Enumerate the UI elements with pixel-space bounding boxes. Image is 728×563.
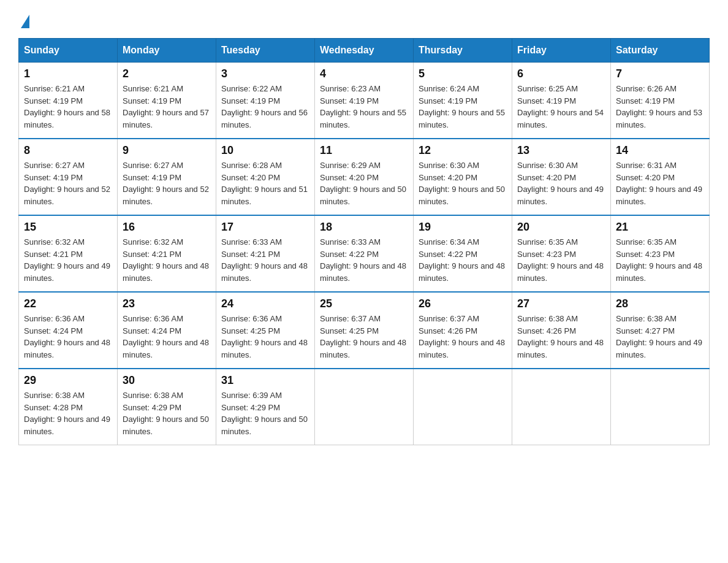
- calendar-day-cell: [512, 369, 611, 445]
- calendar-day-cell: 16 Sunrise: 6:32 AM Sunset: 4:21 PM Dayl…: [118, 215, 216, 292]
- day-info: Sunrise: 6:24 AM Sunset: 4:19 PM Dayligh…: [419, 83, 507, 131]
- calendar-day-cell: 29 Sunrise: 6:38 AM Sunset: 4:28 PM Dayl…: [19, 369, 118, 445]
- day-number: 31: [221, 374, 309, 387]
- day-number: 17: [221, 221, 309, 234]
- calendar-week-row: 1 Sunrise: 6:21 AM Sunset: 4:19 PM Dayli…: [19, 63, 710, 139]
- day-number: 6: [517, 67, 605, 80]
- logo: [18, 12, 29, 26]
- weekday-header-friday: Friday: [512, 39, 611, 63]
- day-number: 23: [123, 297, 211, 310]
- day-number: 14: [616, 144, 704, 157]
- day-info: Sunrise: 6:37 AM Sunset: 4:26 PM Dayligh…: [419, 313, 507, 361]
- calendar-day-cell: 18 Sunrise: 6:33 AM Sunset: 4:22 PM Dayl…: [315, 215, 414, 292]
- day-number: 10: [221, 144, 309, 157]
- weekday-header-wednesday: Wednesday: [315, 39, 414, 63]
- day-info: Sunrise: 6:37 AM Sunset: 4:25 PM Dayligh…: [320, 313, 408, 361]
- day-number: 15: [24, 221, 112, 234]
- day-info: Sunrise: 6:38 AM Sunset: 4:28 PM Dayligh…: [24, 389, 112, 437]
- day-number: 8: [24, 144, 112, 157]
- day-number: 7: [616, 67, 704, 80]
- day-number: 12: [419, 144, 507, 157]
- calendar-day-cell: 1 Sunrise: 6:21 AM Sunset: 4:19 PM Dayli…: [19, 63, 118, 139]
- weekday-header-tuesday: Tuesday: [216, 39, 315, 63]
- day-info: Sunrise: 6:38 AM Sunset: 4:26 PM Dayligh…: [517, 313, 605, 361]
- day-info: Sunrise: 6:28 AM Sunset: 4:20 PM Dayligh…: [221, 159, 309, 207]
- day-number: 18: [320, 221, 408, 234]
- calendar-day-cell: [414, 369, 512, 445]
- calendar-day-cell: 2 Sunrise: 6:21 AM Sunset: 4:19 PM Dayli…: [118, 63, 216, 139]
- day-info: Sunrise: 6:38 AM Sunset: 4:27 PM Dayligh…: [616, 313, 704, 361]
- weekday-header-saturday: Saturday: [611, 39, 710, 63]
- day-info: Sunrise: 6:35 AM Sunset: 4:23 PM Dayligh…: [616, 236, 704, 284]
- calendar-day-cell: 9 Sunrise: 6:27 AM Sunset: 4:19 PM Dayli…: [118, 139, 216, 215]
- calendar-day-cell: 25 Sunrise: 6:37 AM Sunset: 4:25 PM Dayl…: [315, 292, 414, 369]
- calendar-day-cell: 22 Sunrise: 6:36 AM Sunset: 4:24 PM Dayl…: [19, 292, 118, 369]
- day-number: 25: [320, 297, 408, 310]
- calendar-week-row: 29 Sunrise: 6:38 AM Sunset: 4:28 PM Dayl…: [19, 369, 710, 445]
- weekday-header-row: SundayMondayTuesdayWednesdayThursdayFrid…: [19, 39, 710, 63]
- day-info: Sunrise: 6:36 AM Sunset: 4:24 PM Dayligh…: [123, 313, 211, 361]
- day-info: Sunrise: 6:31 AM Sunset: 4:20 PM Dayligh…: [616, 159, 704, 207]
- day-info: Sunrise: 6:32 AM Sunset: 4:21 PM Dayligh…: [24, 236, 112, 284]
- day-info: Sunrise: 6:33 AM Sunset: 4:22 PM Dayligh…: [320, 236, 408, 284]
- day-number: 2: [123, 67, 211, 80]
- calendar-day-cell: 26 Sunrise: 6:37 AM Sunset: 4:26 PM Dayl…: [414, 292, 512, 369]
- day-number: 11: [320, 144, 408, 157]
- day-number: 9: [123, 144, 211, 157]
- calendar-day-cell: 30 Sunrise: 6:38 AM Sunset: 4:29 PM Dayl…: [118, 369, 216, 445]
- calendar-day-cell: 17 Sunrise: 6:33 AM Sunset: 4:21 PM Dayl…: [216, 215, 315, 292]
- calendar-day-cell: 11 Sunrise: 6:29 AM Sunset: 4:20 PM Dayl…: [315, 139, 414, 215]
- day-number: 13: [517, 144, 605, 157]
- calendar-day-cell: 27 Sunrise: 6:38 AM Sunset: 4:26 PM Dayl…: [512, 292, 611, 369]
- day-number: 1: [24, 67, 112, 80]
- calendar-day-cell: 4 Sunrise: 6:23 AM Sunset: 4:19 PM Dayli…: [315, 63, 414, 139]
- day-number: 16: [123, 221, 211, 234]
- day-number: 3: [221, 67, 309, 80]
- day-number: 29: [24, 374, 112, 387]
- calendar-table: SundayMondayTuesdayWednesdayThursdayFrid…: [18, 38, 710, 445]
- day-info: Sunrise: 6:22 AM Sunset: 4:19 PM Dayligh…: [221, 83, 309, 131]
- weekday-header-monday: Monday: [118, 39, 216, 63]
- day-info: Sunrise: 6:21 AM Sunset: 4:19 PM Dayligh…: [24, 83, 112, 131]
- day-info: Sunrise: 6:27 AM Sunset: 4:19 PM Dayligh…: [24, 159, 112, 207]
- calendar-day-cell: 24 Sunrise: 6:36 AM Sunset: 4:25 PM Dayl…: [216, 292, 315, 369]
- weekday-header-thursday: Thursday: [414, 39, 512, 63]
- day-number: 27: [517, 297, 605, 310]
- calendar-week-row: 8 Sunrise: 6:27 AM Sunset: 4:19 PM Dayli…: [19, 139, 710, 215]
- day-number: 28: [616, 297, 704, 310]
- calendar-day-cell: 19 Sunrise: 6:34 AM Sunset: 4:22 PM Dayl…: [414, 215, 512, 292]
- day-info: Sunrise: 6:30 AM Sunset: 4:20 PM Dayligh…: [517, 159, 605, 207]
- calendar-week-row: 22 Sunrise: 6:36 AM Sunset: 4:24 PM Dayl…: [19, 292, 710, 369]
- day-info: Sunrise: 6:25 AM Sunset: 4:19 PM Dayligh…: [517, 83, 605, 131]
- day-info: Sunrise: 6:23 AM Sunset: 4:19 PM Dayligh…: [320, 83, 408, 131]
- day-info: Sunrise: 6:33 AM Sunset: 4:21 PM Dayligh…: [221, 236, 309, 284]
- day-info: Sunrise: 6:36 AM Sunset: 4:25 PM Dayligh…: [221, 313, 309, 361]
- calendar-day-cell: 12 Sunrise: 6:30 AM Sunset: 4:20 PM Dayl…: [414, 139, 512, 215]
- day-info: Sunrise: 6:29 AM Sunset: 4:20 PM Dayligh…: [320, 159, 408, 207]
- day-info: Sunrise: 6:38 AM Sunset: 4:29 PM Dayligh…: [123, 389, 211, 437]
- day-number: 20: [517, 221, 605, 234]
- calendar-week-row: 15 Sunrise: 6:32 AM Sunset: 4:21 PM Dayl…: [19, 215, 710, 292]
- calendar-day-cell: 20 Sunrise: 6:35 AM Sunset: 4:23 PM Dayl…: [512, 215, 611, 292]
- day-info: Sunrise: 6:26 AM Sunset: 4:19 PM Dayligh…: [616, 83, 704, 131]
- calendar-day-cell: [315, 369, 414, 445]
- day-info: Sunrise: 6:30 AM Sunset: 4:20 PM Dayligh…: [419, 159, 507, 207]
- calendar-day-cell: 5 Sunrise: 6:24 AM Sunset: 4:19 PM Dayli…: [414, 63, 512, 139]
- calendar-day-cell: 15 Sunrise: 6:32 AM Sunset: 4:21 PM Dayl…: [19, 215, 118, 292]
- day-info: Sunrise: 6:36 AM Sunset: 4:24 PM Dayligh…: [24, 313, 112, 361]
- day-number: 4: [320, 67, 408, 80]
- calendar-day-cell: 13 Sunrise: 6:30 AM Sunset: 4:20 PM Dayl…: [512, 139, 611, 215]
- calendar-day-cell: 10 Sunrise: 6:28 AM Sunset: 4:20 PM Dayl…: [216, 139, 315, 215]
- day-info: Sunrise: 6:35 AM Sunset: 4:23 PM Dayligh…: [517, 236, 605, 284]
- day-number: 22: [24, 297, 112, 310]
- day-number: 21: [616, 221, 704, 234]
- weekday-header-sunday: Sunday: [19, 39, 118, 63]
- calendar-day-cell: 7 Sunrise: 6:26 AM Sunset: 4:19 PM Dayli…: [611, 63, 710, 139]
- day-info: Sunrise: 6:34 AM Sunset: 4:22 PM Dayligh…: [419, 236, 507, 284]
- day-info: Sunrise: 6:21 AM Sunset: 4:19 PM Dayligh…: [123, 83, 211, 131]
- day-info: Sunrise: 6:32 AM Sunset: 4:21 PM Dayligh…: [123, 236, 211, 284]
- page-header: [18, 12, 710, 26]
- calendar-day-cell: 31 Sunrise: 6:39 AM Sunset: 4:29 PM Dayl…: [216, 369, 315, 445]
- calendar-day-cell: 23 Sunrise: 6:36 AM Sunset: 4:24 PM Dayl…: [118, 292, 216, 369]
- calendar-day-cell: 28 Sunrise: 6:38 AM Sunset: 4:27 PM Dayl…: [611, 292, 710, 369]
